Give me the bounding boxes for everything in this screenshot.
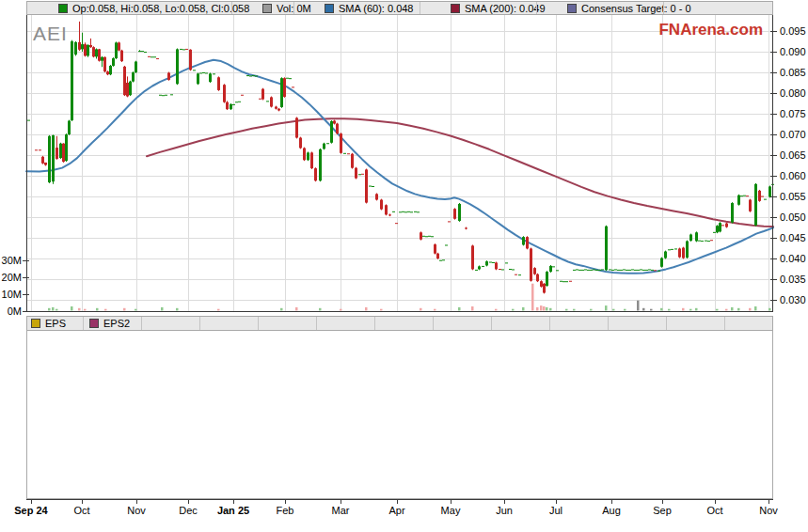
candle-body (74, 42, 77, 55)
volume-bar (754, 306, 757, 311)
candle-body (617, 270, 620, 271)
date-tick-label: Aug (602, 505, 621, 516)
candle-body (151, 56, 153, 57)
candle-body (536, 274, 539, 281)
legend-label: SMA (60): 0.048 (339, 3, 414, 14)
legend-swatch-icon (451, 4, 460, 13)
candle-body (569, 281, 572, 282)
candle-body (761, 196, 764, 197)
volume-bar (725, 309, 728, 311)
legend-label: SMA (200): 0.049 (465, 3, 546, 14)
date-tick-label: Sep 24 (14, 505, 47, 516)
price-tick-label: 0.055 (780, 191, 806, 202)
candle-body (628, 270, 631, 271)
candle-body (565, 281, 568, 282)
volume-bar (716, 309, 719, 311)
candle-body (343, 153, 346, 154)
candle-body (671, 249, 673, 250)
candle-body (295, 117, 298, 137)
volume-tick-label: 20M (0, 272, 22, 283)
candle-body (369, 186, 372, 187)
volume-bar (104, 309, 107, 311)
candle-body (199, 72, 202, 73)
date-tick-label: Dec (179, 505, 198, 516)
candle-body (707, 241, 710, 242)
candle-body (721, 225, 724, 226)
candle-body (135, 62, 137, 72)
date-tick-label: Feb (277, 505, 294, 516)
volume-bar (71, 306, 73, 311)
legend-divider (663, 2, 664, 14)
price-tick-label: 0.085 (780, 67, 806, 78)
candle-body (543, 284, 546, 293)
candle-body (453, 209, 456, 219)
volume-bar (531, 284, 534, 311)
candle-body (170, 94, 173, 95)
candle-body (436, 254, 439, 258)
legend-label: Op:0.058, Hi:0.058, Lo:0.058, Cl:0.058 (72, 3, 249, 14)
candle-body (549, 266, 552, 272)
legend-item: Consensus Target: 0 - 0 (567, 2, 691, 14)
candle-body (209, 73, 212, 82)
candle-body (144, 52, 147, 53)
candle-body (584, 269, 587, 270)
price-tick-label: 0.050 (780, 211, 806, 223)
candle-body (587, 270, 590, 271)
candle-body (103, 57, 106, 71)
candle-body (333, 120, 336, 123)
date-tick-label: Oct (73, 505, 89, 516)
volume-bar (319, 308, 322, 311)
candle-body (129, 82, 132, 96)
candle-body (241, 95, 244, 96)
volume-bar (420, 308, 422, 311)
volume-bar (637, 301, 640, 311)
volume-bar (176, 308, 179, 311)
candle-body (230, 104, 232, 109)
candle-body (404, 211, 407, 212)
candle-body (573, 270, 576, 271)
candle-body (448, 221, 451, 222)
volume-bar (590, 309, 593, 311)
candle-body (526, 237, 529, 248)
candle-body (678, 248, 681, 257)
date-tick-label: May (441, 505, 461, 516)
candle-body (593, 269, 595, 270)
candle-body (648, 269, 651, 270)
candle-body (634, 270, 637, 271)
volume-bar (458, 307, 461, 311)
candle-body (439, 260, 442, 261)
legend-divider (666, 317, 667, 330)
candle-body (202, 72, 205, 73)
candle-body (141, 51, 144, 52)
candle-body (361, 174, 364, 175)
volume-bar (660, 308, 663, 311)
legend-divider (724, 317, 725, 330)
candle-body (768, 186, 771, 196)
candle-body (414, 211, 417, 212)
candle-body (420, 232, 422, 239)
candle-body (106, 71, 109, 74)
volume-bar (642, 308, 645, 311)
candle-body (471, 245, 474, 269)
candle-body (355, 168, 357, 179)
legend-item: SMA (60): 0.048 (325, 2, 414, 14)
candle-body (223, 85, 226, 102)
candle-body (578, 270, 581, 271)
candle-body (482, 266, 484, 267)
candle-body (292, 86, 294, 87)
candle-body (27, 120, 30, 121)
volume-tick-label: 10M (0, 289, 22, 300)
volume-bar (749, 308, 752, 311)
candle-body (319, 149, 322, 180)
candle-body (98, 49, 101, 60)
candle-body (546, 272, 548, 286)
candle-body (205, 72, 208, 73)
volume-bar (55, 309, 58, 311)
candle-body (465, 227, 467, 228)
candle-body (562, 281, 565, 282)
candle-body (226, 102, 229, 109)
legend-item: SMA (200): 0.049 (451, 2, 546, 14)
volume-bar (434, 309, 436, 311)
candle-body (92, 47, 95, 56)
candle-body (87, 45, 89, 55)
